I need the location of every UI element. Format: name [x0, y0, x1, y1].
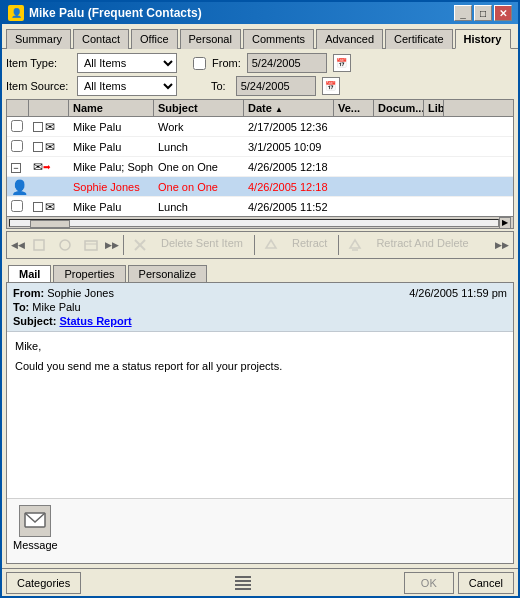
- content-area: Item Type: All Items From: 📅 Item Source…: [2, 49, 518, 568]
- th-ver[interactable]: Ve...: [334, 100, 374, 116]
- td-check[interactable]: [7, 139, 29, 155]
- to-date-picker-icon[interactable]: 📅: [322, 77, 340, 95]
- td-check[interactable]: [7, 119, 29, 135]
- from-checkbox[interactable]: [193, 57, 206, 70]
- tab-contact[interactable]: Contact: [73, 29, 129, 49]
- table-row[interactable]: ✉ Mike Palu Lunch 3/1/2005 10:09: [7, 137, 513, 157]
- from-date[interactable]: [247, 53, 327, 73]
- td-ver: [334, 206, 374, 208]
- to-date[interactable]: [236, 76, 316, 96]
- mail-icon: ✉: [33, 160, 43, 174]
- scrollbar-track[interactable]: [9, 219, 499, 227]
- expand-icon[interactable]: [33, 142, 43, 152]
- td-icon: [29, 186, 69, 188]
- svg-rect-13: [235, 588, 251, 590]
- item-type-select[interactable]: All Items: [77, 53, 177, 73]
- tab-history[interactable]: History: [455, 29, 511, 49]
- more-left-btn[interactable]: ◀◀: [11, 240, 25, 250]
- th-lib[interactable]: Lib: [424, 100, 444, 116]
- tab-personalize[interactable]: Personalize: [128, 265, 207, 282]
- expand-icon[interactable]: [33, 122, 43, 132]
- more-right-btn[interactable]: ▶▶: [105, 240, 119, 250]
- td-doc: [374, 166, 424, 168]
- td-date: 4/26/2005 11:52: [244, 200, 334, 214]
- attachment-item[interactable]: Message: [13, 505, 58, 551]
- close-button[interactable]: ✕: [494, 5, 512, 21]
- more-far-right-btn[interactable]: ▶▶: [495, 240, 509, 250]
- expand-minus-icon[interactable]: −: [11, 163, 21, 173]
- toolbar-btn-5[interactable]: [259, 234, 283, 256]
- td-name: Mike Palu: [69, 200, 154, 214]
- table-row[interactable]: ✉ Mike Palu Work 2/17/2005 12:36: [7, 117, 513, 137]
- tab-office[interactable]: Office: [131, 29, 178, 49]
- table-header: Name Subject Date ▲ Ve... Docum... Lib: [7, 100, 513, 117]
- td-doc: [374, 206, 424, 208]
- tab-certificate[interactable]: Certificate: [385, 29, 453, 49]
- td-icon: ✉ ➡: [29, 159, 69, 175]
- svg-marker-7: [350, 240, 360, 248]
- history-table: Name Subject Date ▲ Ve... Docum... Lib ✉…: [6, 99, 514, 229]
- message-icon: [23, 509, 47, 533]
- tabs-row: Summary Contact Office Personal Comments…: [2, 24, 518, 49]
- arrow-right-icon: ➡: [43, 162, 51, 172]
- minimize-button[interactable]: _: [454, 5, 472, 21]
- toolbar-btn-6[interactable]: [343, 234, 367, 256]
- th-subject[interactable]: Subject: [154, 100, 244, 116]
- retract-delete-btn[interactable]: Retract And Delete: [369, 234, 475, 256]
- table-row[interactable]: 👤 Sophie Jones One on One 4/26/2005 12:1…: [7, 177, 513, 197]
- tab-advanced[interactable]: Advanced: [316, 29, 383, 49]
- svg-marker-6: [266, 240, 276, 248]
- tab-personal[interactable]: Personal: [180, 29, 241, 49]
- th-doc[interactable]: Docum...: [374, 100, 424, 116]
- tab-summary[interactable]: Summary: [6, 29, 71, 49]
- ok-button[interactable]: OK: [404, 572, 454, 594]
- td-subject: Lunch: [154, 200, 244, 214]
- td-subject: One on One: [154, 180, 244, 194]
- title-buttons: _ □ ✕: [454, 5, 512, 21]
- retract-btn[interactable]: Retract: [285, 234, 334, 256]
- h-scrollbar[interactable]: ▶: [7, 216, 513, 228]
- window-icon: 👤: [8, 5, 24, 21]
- svg-point-1: [60, 240, 70, 250]
- mail-icon: ✉: [45, 140, 55, 154]
- cancel-button[interactable]: Cancel: [458, 572, 514, 594]
- from-date-picker-icon[interactable]: 📅: [333, 54, 351, 72]
- td-doc: [374, 146, 424, 148]
- expand-icon[interactable]: [33, 202, 43, 212]
- item-source-select[interactable]: All Items: [77, 76, 177, 96]
- td-ver: [334, 186, 374, 188]
- categories-button[interactable]: Categories: [6, 572, 81, 594]
- td-icon: ✉: [29, 199, 69, 215]
- maximize-button[interactable]: □: [474, 5, 492, 21]
- delete-sent-btn[interactable]: Delete Sent Item: [154, 234, 250, 256]
- scroll-right-btn[interactable]: ▶: [499, 217, 511, 229]
- window-title: Mike Palu (Frequent Contacts): [29, 6, 202, 20]
- toolbar-btn-1[interactable]: [27, 234, 51, 256]
- toolbar-btn-2[interactable]: [53, 234, 77, 256]
- tab-properties[interactable]: Properties: [53, 265, 125, 282]
- scrollbar-thumb[interactable]: [30, 220, 70, 228]
- table-row[interactable]: − ✉ ➡ Mike Palu; Soph One on One 4/26/20…: [7, 157, 513, 177]
- td-check[interactable]: −: [7, 160, 29, 174]
- svg-rect-12: [235, 584, 251, 586]
- tab-mail[interactable]: Mail: [8, 265, 51, 282]
- td-doc: [374, 186, 424, 188]
- subject-link[interactable]: Status Report: [59, 315, 131, 327]
- td-check[interactable]: 👤: [7, 178, 29, 196]
- th-check: [7, 100, 29, 116]
- table-row[interactable]: ✉ Mike Palu Lunch 4/26/2005 11:52: [7, 197, 513, 216]
- from-value: Sophie Jones: [47, 287, 114, 299]
- tab-comments[interactable]: Comments: [243, 29, 314, 49]
- toolbar-btn-3[interactable]: [79, 234, 103, 256]
- td-date: 4/26/2005 12:18: [244, 160, 334, 174]
- mail-icon: ✉: [45, 120, 55, 134]
- toolbar-btn-4[interactable]: [128, 234, 152, 256]
- mail-from-row: From: Sophie Jones 4/26/2005 11:59 pm: [13, 287, 507, 299]
- th-name[interactable]: Name: [69, 100, 154, 116]
- tool-icon-2: [58, 238, 72, 252]
- td-check[interactable]: [7, 199, 29, 215]
- th-date[interactable]: Date ▲: [244, 100, 334, 116]
- mail-header: From: Sophie Jones 4/26/2005 11:59 pm To…: [7, 283, 513, 332]
- mail-from-section: From: Sophie Jones: [13, 287, 114, 299]
- th-icon: [29, 100, 69, 116]
